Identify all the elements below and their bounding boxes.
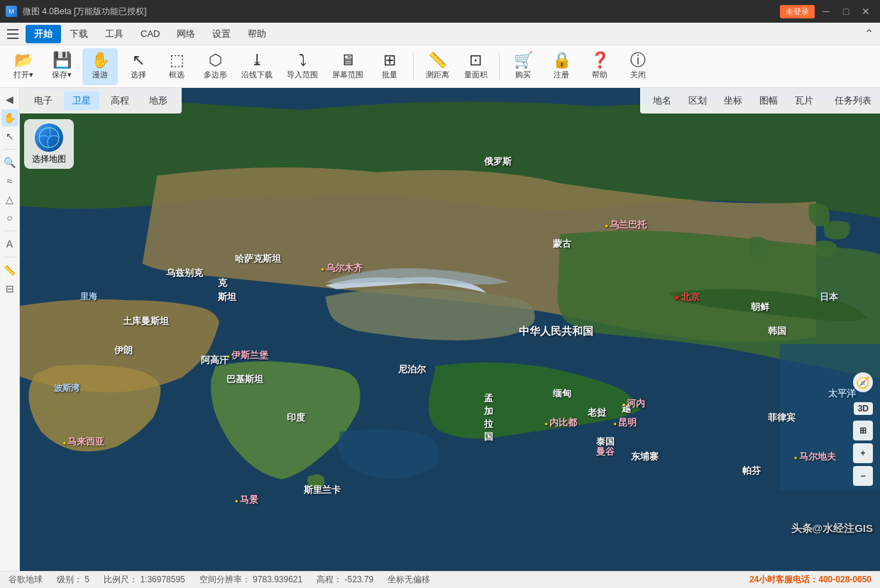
toolbar-measure-dist[interactable]: 📏 测距离	[419, 48, 455, 85]
map-select-button[interactable]: 选择地图	[24, 119, 74, 169]
map-controls: ⊞ + −	[853, 421, 873, 486]
toolbar-divider-1	[413, 52, 414, 81]
sidebar-tool-text[interactable]: A	[1, 235, 18, 253]
toolbar-close[interactable]: ⓘ 关闭	[620, 48, 656, 85]
map-tab-coord[interactable]: 坐标	[717, 91, 749, 110]
task-list-button[interactable]: 任务列表	[826, 88, 880, 113]
menu-settings[interactable]: 设置	[204, 25, 239, 43]
titlebar: M 微图 4.0Beta [万能版功能已授权] 未登录 ─ □ ✕	[0, 0, 880, 23]
menu-tools[interactable]: 工具	[97, 25, 132, 43]
menu-start[interactable]: 开始	[26, 25, 61, 43]
statusbar-level: 级别： 5	[57, 574, 89, 586]
toolbar-polygon[interactable]: ⬡ 多边形	[197, 48, 233, 85]
zoom-in-button[interactable]: +	[853, 443, 873, 463]
help-icon: ❓	[590, 52, 610, 68]
sidebar-tool-zoom[interactable]: 🔍	[1, 154, 18, 171]
menu-cad[interactable]: CAD	[132, 26, 168, 42]
main-area: ◀ ✋ ↖ 🔍 ≈ △ ○ A 📏 ⊟	[0, 88, 880, 571]
compass-button[interactable]: 🧭	[853, 372, 873, 392]
service-phone: 24小时客服电话：400-028-0050	[749, 574, 871, 586]
map-image[interactable]: 俄罗斯 蒙古 乌兰巴托 哈萨克斯坦 北京 朝鲜 韩国 日本 中华人民共和国 里海…	[20, 88, 880, 571]
titlebar-controls: 未登录 ─ □ ✕	[780, 3, 874, 20]
purchase-icon: 🛒	[514, 52, 533, 68]
toolbar-line-download[interactable]: ⤓ 沿线下载	[236, 48, 278, 85]
close-icon: ⓘ	[630, 52, 646, 68]
screen-range-icon: 🖥	[340, 52, 356, 68]
collapse-ribbon-button[interactable]: ⌃	[860, 26, 877, 43]
toolbar-screen-range[interactable]: 🖥 屏幕范围	[326, 48, 369, 85]
sidebar-sep-2	[3, 231, 17, 231]
sidebar-tool-minus[interactable]: ⊟	[1, 280, 18, 297]
map-type-elevation[interactable]: 高程	[102, 91, 138, 110]
sidebar-tool-circle[interactable]: ○	[1, 209, 18, 226]
import-range-icon: ⤵	[299, 52, 307, 68]
toolbar-purchase[interactable]: 🛒 购买	[505, 48, 541, 85]
map-right-tabs: 地名 区划 坐标 图幅 瓦片	[640, 88, 826, 113]
toolbar-measure-area[interactable]: ⊡ 量面积	[458, 48, 493, 85]
polygon-icon: ⬡	[209, 52, 222, 68]
map-type-satellite[interactable]: 卫星	[64, 91, 99, 110]
save-icon: 💾	[53, 52, 72, 68]
map-svg	[20, 88, 880, 571]
map-tab-tile[interactable]: 瓦片	[788, 91, 820, 110]
left-sidebar: ◀ ✋ ↖ 🔍 ≈ △ ○ A 📏 ⊟	[0, 88, 20, 571]
menu-help[interactable]: 帮助	[239, 25, 275, 43]
map-container[interactable]: 俄罗斯 蒙古 乌兰巴托 哈萨克斯坦 北京 朝鲜 韩国 日本 中华人民共和国 里海…	[20, 88, 880, 571]
map-type-electronic[interactable]: 电子	[26, 91, 61, 110]
toolbar-open[interactable]: 📂 打开▾	[6, 48, 41, 85]
register-icon: 🔒	[552, 52, 571, 68]
map-tab-region[interactable]: 区划	[681, 91, 714, 110]
toolbar-register[interactable]: 🔒 注册	[544, 48, 579, 85]
toolbar-import-range[interactable]: ⤵ 导入范围	[281, 48, 324, 85]
sidebar-sep-1	[3, 149, 17, 150]
app-title: 微图 4.0Beta [万能版功能已授权]	[23, 6, 147, 18]
browse-icon: ✋	[91, 52, 110, 68]
sidebar-tool-triangle[interactable]: △	[1, 191, 18, 208]
watermark: 头条@水经注GIS	[791, 522, 873, 536]
toolbar-help[interactable]: ❓ 帮助	[582, 48, 617, 85]
menubar: 开始 下载 工具 CAD 网络 设置 帮助 ⌃	[0, 23, 880, 45]
toolbar-batch[interactable]: ⊞ 批量	[372, 48, 407, 85]
toolbar-divider-2	[499, 52, 500, 81]
toolbar-frame[interactable]: ⬚ 框选	[159, 48, 194, 85]
sidebar-sep-3	[3, 257, 17, 257]
open-icon: 📂	[14, 52, 33, 68]
titlebar-left: M 微图 4.0Beta [万能版功能已授权]	[6, 6, 147, 18]
map-tab-placename[interactable]: 地名	[646, 91, 678, 110]
layer-control-button[interactable]: ⊞	[853, 421, 873, 440]
map-type-tabs: 电子 卫星 高程 地形	[20, 88, 182, 113]
sidebar-tool-arrows[interactable]: ◀	[1, 91, 18, 108]
map-topbar: 电子 卫星 高程 地形 地名 区划 坐标 图幅 瓦片 任务列表	[20, 88, 880, 113]
sidebar-tool-ruler[interactable]: 📏	[1, 262, 18, 279]
sidebar-tool-select[interactable]: ↖	[1, 128, 18, 145]
close-button[interactable]: ✕	[857, 3, 874, 20]
zoom-out-button[interactable]: −	[853, 466, 873, 486]
sidebar-tool-wave[interactable]: ≈	[1, 172, 18, 189]
map-3d-label[interactable]: 3D	[854, 402, 873, 415]
frame-icon: ⬚	[170, 52, 185, 68]
map-type-terrain[interactable]: 地形	[141, 91, 176, 110]
statusbar-elevation: 高程： -523.79	[317, 574, 373, 586]
toolbar: 📂 打开▾ 💾 保存▾ ✋ 漫游 ↖ 选择 ⬚ 框选 ⬡ 多边形 ⤓ 沿线下载 …	[0, 45, 880, 88]
app-icon: M	[6, 6, 17, 17]
statusbar-scale: 比例尺： 1:36978595	[104, 574, 185, 586]
map-select-label: 选择地图	[32, 153, 66, 165]
statusbar: 谷歌地球 级别： 5 比例尺： 1:36978595 空间分辨率： 9783.9…	[0, 571, 880, 588]
map-tab-mapsheet[interactable]: 图幅	[752, 91, 785, 110]
sidebar-tool-hand[interactable]: ✋	[1, 109, 18, 126]
minimize-button[interactable]: ─	[818, 3, 835, 20]
toolbar-save[interactable]: 💾 保存▾	[44, 48, 79, 85]
login-button[interactable]: 未登录	[780, 5, 815, 18]
measure-area-icon: ⊡	[469, 52, 482, 68]
restore-button[interactable]: □	[837, 3, 854, 20]
measure-dist-icon: 📏	[428, 52, 447, 68]
statusbar-resolution: 空间分辨率： 9783.939621	[199, 574, 302, 586]
menu-download[interactable]: 下载	[61, 25, 97, 43]
toolbar-browse[interactable]: ✋ 漫游	[82, 48, 118, 85]
hamburger-menu[interactable]	[3, 24, 23, 44]
line-download-icon: ⤓	[251, 52, 263, 68]
menu-network[interactable]: 网络	[168, 25, 204, 43]
map-logo-icon	[35, 123, 63, 152]
select-icon: ↖	[132, 52, 145, 68]
toolbar-select[interactable]: ↖ 选择	[121, 48, 156, 85]
